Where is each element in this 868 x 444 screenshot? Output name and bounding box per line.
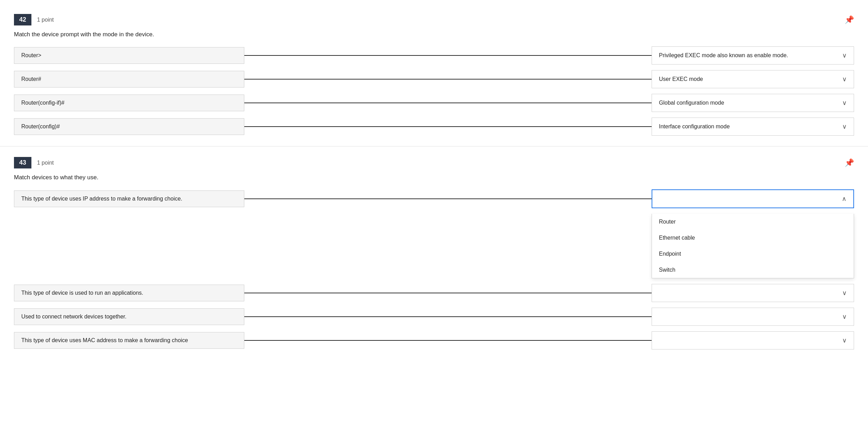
chevron-43-2: ∨ [842, 289, 847, 297]
matching-line-42-4 [244, 126, 652, 127]
matching-row-43-2: This type of device is used to run an ap… [14, 284, 854, 302]
question-43-points: 1 point [37, 160, 54, 166]
question-42-points: 1 point [37, 17, 54, 23]
question-43-block: 43 1 point 📌 Match devices to what they … [0, 150, 868, 356]
question-42-matching: Router> Privileged EXEC mode also known … [14, 46, 854, 136]
question-42-block: 42 1 point 📌 Match the device prompt wit… [0, 7, 868, 143]
page: 42 1 point 📌 Match the device prompt wit… [0, 0, 868, 444]
matching-right-43-3[interactable]: ∨ [652, 308, 854, 326]
matching-line-43-3 [244, 316, 652, 317]
matching-row-42-2: Router# User EXEC mode ∨ [14, 70, 854, 88]
matching-right-43-4[interactable]: ∨ [652, 331, 854, 349]
matching-line-43-1 [244, 198, 652, 199]
matching-right-42-4[interactable]: Interface configuration mode ∨ [652, 118, 854, 136]
matching-right-label-42-3: Global configuration mode [659, 100, 724, 106]
question-43-number: 43 [14, 157, 31, 168]
dropdown-option-router[interactable]: Router [652, 214, 854, 230]
matching-left-42-3: Router(config-if)# [14, 95, 244, 111]
matching-right-label-42-2: User EXEC mode [659, 76, 703, 82]
dropdown-menu-43: Router Ethernet cable Endpoint Switch [652, 214, 854, 278]
question-42-text: Match the device prompt with the mode in… [14, 31, 854, 38]
divider [0, 146, 868, 146]
chevron-42-1: ∨ [842, 52, 847, 59]
dropdown-row-43: Router Ethernet cable Endpoint Switch [14, 214, 854, 278]
matching-row-43-4: This type of device uses MAC address to … [14, 331, 854, 349]
matching-row-42-4: Router(config)# Interface configuration … [14, 118, 854, 136]
question-43-header: 43 1 point 📌 [14, 157, 854, 168]
matching-right-42-1[interactable]: Privileged EXEC mode also known as enabl… [652, 46, 854, 65]
matching-left-42-4: Router(config)# [14, 118, 244, 135]
chevron-43-4: ∨ [842, 337, 847, 344]
question-42-header: 42 1 point 📌 [14, 14, 854, 25]
matching-right-42-3[interactable]: Global configuration mode ∨ [652, 94, 854, 112]
chevron-43-3: ∨ [842, 313, 847, 321]
matching-right-43-2[interactable]: ∨ [652, 284, 854, 302]
matching-left-43-2: This type of device is used to run an ap… [14, 285, 244, 301]
matching-left-42-2: Router# [14, 71, 244, 88]
matching-right-label-42-1: Privileged EXEC mode also known as enabl… [659, 52, 788, 59]
matching-left-43-1: This type of device uses IP address to m… [14, 190, 244, 207]
pin-icon-42[interactable]: 📌 [845, 15, 854, 24]
matching-line-43-2 [244, 293, 652, 293]
chevron-42-4: ∨ [842, 123, 847, 130]
matching-right-43-1[interactable]: ∧ [652, 189, 854, 208]
question-43-matching: This type of device uses IP address to m… [14, 189, 854, 349]
chevron-43-1: ∧ [842, 195, 846, 203]
matching-right-label-42-4: Interface configuration mode [659, 123, 730, 130]
matching-line-42-1 [244, 55, 652, 56]
matching-row-42-1: Router> Privileged EXEC mode also known … [14, 46, 854, 65]
question-43-text: Match devices to what they use. [14, 174, 854, 181]
matching-line-42-3 [244, 103, 652, 103]
matching-left-43-3: Used to connect network devices together… [14, 308, 244, 325]
chevron-42-3: ∨ [842, 99, 847, 107]
chevron-42-2: ∨ [842, 75, 847, 83]
pin-icon-43[interactable]: 📌 [845, 158, 854, 167]
matching-row-42-3: Router(config-if)# Global configuration … [14, 94, 854, 112]
matching-right-42-2[interactable]: User EXEC mode ∨ [652, 70, 854, 88]
dropdown-option-ethernet[interactable]: Ethernet cable [652, 230, 854, 246]
matching-line-42-2 [244, 79, 652, 80]
matching-line-43-4 [244, 340, 652, 341]
matching-row-43-1: This type of device uses IP address to m… [14, 189, 854, 208]
dropdown-option-endpoint[interactable]: Endpoint [652, 246, 854, 262]
question-42-number: 42 [14, 14, 31, 25]
matching-row-43-3: Used to connect network devices together… [14, 308, 854, 326]
matching-left-43-4: This type of device uses MAC address to … [14, 332, 244, 349]
dropdown-option-switch[interactable]: Switch [652, 262, 854, 278]
matching-left-42-1: Router> [14, 47, 244, 64]
